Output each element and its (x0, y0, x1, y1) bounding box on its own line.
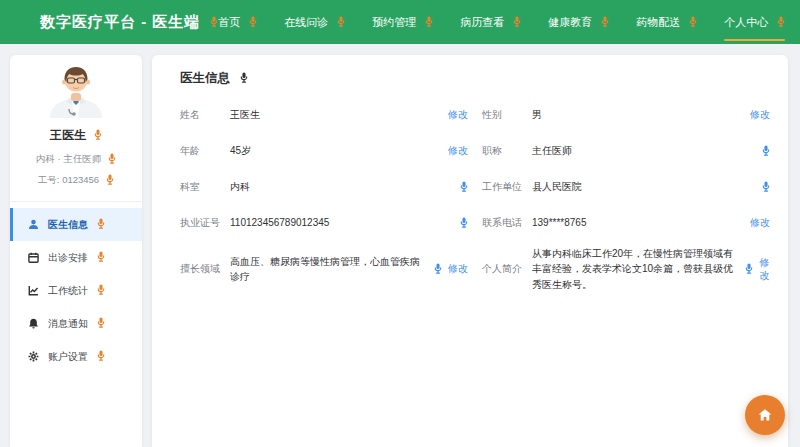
field-professional-title: 职称 主任医师 (482, 133, 770, 169)
field-workplace: 工作单位 县人民医院 (482, 169, 770, 205)
field-value: 王医生 (230, 107, 440, 123)
field-bio: 个人简介 从事内科临床工作20年，在慢性病管理领域有丰富经验，发表学术论文10余… (482, 241, 770, 297)
panel-title-row: 医生信息 (152, 55, 788, 93)
field-label: 性别 (482, 108, 532, 122)
doctor-employee-id: 工号: 0123456 (38, 174, 99, 187)
page-content: 王医生 内科 · 主任医师 工号: 0123456 医生信息 出诊安排 (0, 44, 800, 447)
field-label: 工作单位 (482, 180, 532, 194)
tts-microphone-icon[interactable] (777, 16, 785, 29)
modify-link[interactable]: 修改 (448, 262, 468, 276)
sidebar-item-label: 账户设置 (48, 350, 88, 364)
app-header: 数字医疗平台 - 医生端 首页 在线问诊 预约管理 病历查看 健康教育 药物配送 (0, 0, 800, 44)
field-value: 110123456789012345 (230, 215, 452, 231)
field-phone: 联系电话 139****8765 修改 (482, 205, 770, 241)
tts-microphone-icon[interactable] (689, 16, 697, 29)
nav-label: 健康教育 (548, 15, 592, 30)
tts-microphone-icon[interactable] (434, 263, 442, 276)
field-label: 执业证号 (180, 216, 230, 230)
field-value: 内科 (230, 179, 452, 195)
tts-microphone-icon[interactable] (108, 153, 116, 166)
calendar-icon (28, 252, 39, 263)
sidebar-item-schedule[interactable]: 出诊安排 (10, 241, 142, 274)
nav-label: 首页 (218, 15, 240, 30)
sidebar-item-account-settings[interactable]: 账户设置 (10, 340, 142, 373)
field-value: 县人民医院 (532, 179, 754, 195)
sidebar-item-notifications[interactable]: 消息通知 (10, 307, 142, 340)
nav-item-online-consult[interactable]: 在线问诊 (284, 12, 345, 33)
app-title: 数字医疗平台 - 医生端 (40, 13, 200, 32)
nav-label: 预约管理 (372, 15, 416, 30)
tts-microphone-icon[interactable] (210, 13, 218, 31)
tts-microphone-icon[interactable] (337, 16, 345, 29)
tts-microphone-icon[interactable] (97, 218, 105, 231)
line-chart-icon (28, 285, 39, 296)
field-label: 擅长领域 (180, 262, 230, 276)
field-label: 姓名 (180, 108, 230, 122)
tts-microphone-icon[interactable] (106, 174, 114, 187)
tts-microphone-icon[interactable] (97, 284, 105, 297)
field-name: 姓名 王医生 修改 (180, 97, 468, 133)
field-value: 45岁 (230, 143, 440, 159)
field-label: 职称 (482, 144, 532, 158)
sidebar-item-label: 出诊安排 (48, 251, 88, 265)
nav-item-health-education[interactable]: 健康教育 (548, 12, 609, 33)
tts-microphone-icon[interactable] (94, 129, 102, 143)
sidebar-item-label: 工作统计 (48, 284, 88, 298)
tts-microphone-icon[interactable] (513, 16, 521, 29)
nav-item-home[interactable]: 首页 (218, 12, 257, 33)
field-label: 年龄 (180, 144, 230, 158)
nav-item-personal-center[interactable]: 个人中心 (724, 12, 785, 33)
tts-microphone-icon[interactable] (97, 251, 105, 264)
doctor-specialty-row: 内科 · 主任医师 (10, 153, 142, 166)
tts-microphone-icon[interactable] (240, 72, 248, 86)
nav-item-medicine-delivery[interactable]: 药物配送 (636, 12, 697, 33)
tts-microphone-icon[interactable] (601, 16, 609, 29)
doctor-avatar (44, 65, 108, 119)
modify-link[interactable]: 修改 (750, 108, 770, 122)
modify-link[interactable]: 修改 (750, 216, 770, 230)
field-value: 从事内科临床工作20年，在慢性病管理领域有丰富经验，发表学术论文10余篇，曾获县… (532, 246, 737, 293)
home-fab-button[interactable] (745, 395, 785, 435)
field-label: 个人简介 (482, 262, 532, 276)
modify-link[interactable]: 修改 (759, 256, 770, 282)
tts-microphone-icon[interactable] (762, 145, 770, 158)
doctor-info-fields: 姓名 王医生 修改 性别 男 修改 年龄 45岁 修改 职称 主任医师 科室 (152, 93, 788, 297)
doctor-specialty: 内科 · 主任医师 (36, 153, 101, 166)
modify-link[interactable]: 修改 (448, 108, 468, 122)
tts-microphone-icon[interactable] (745, 263, 753, 276)
tts-microphone-icon[interactable] (460, 217, 468, 230)
sidebar-item-doctor-info[interactable]: 医生信息 (10, 208, 142, 241)
tts-microphone-icon[interactable] (249, 16, 257, 29)
user-icon (28, 219, 39, 230)
nav-label: 药物配送 (636, 15, 680, 30)
field-gender: 性别 男 修改 (482, 97, 770, 133)
nav-label: 病历查看 (460, 15, 504, 30)
field-department: 科室 内科 (180, 169, 468, 205)
home-icon (756, 406, 774, 424)
field-value: 男 (532, 107, 742, 123)
field-value: 主任医师 (532, 143, 754, 159)
modify-link[interactable]: 修改 (448, 144, 468, 158)
nav-item-appointments[interactable]: 预约管理 (372, 12, 433, 33)
sidebar-item-label: 医生信息 (48, 218, 88, 232)
field-value: 高血压、糖尿病等慢性病管理，心血管疾病诊疗 (230, 254, 426, 285)
bell-icon (28, 318, 39, 329)
sidebar-item-work-stats[interactable]: 工作统计 (10, 274, 142, 307)
tts-microphone-icon[interactable] (97, 350, 105, 363)
doctor-info-panel: 医生信息 姓名 王医生 修改 性别 男 修改 年龄 45岁 修改 职称 主任医师 (152, 55, 788, 447)
sidebar: 王医生 内科 · 主任医师 工号: 0123456 医生信息 出诊安排 (10, 55, 142, 447)
nav-item-medical-records[interactable]: 病历查看 (460, 12, 521, 33)
field-label: 联系电话 (482, 216, 532, 230)
doctor-id-row: 工号: 0123456 (10, 174, 142, 187)
field-license-number: 执业证号 110123456789012345 (180, 205, 468, 241)
doctor-name: 王医生 (50, 127, 86, 144)
field-label: 科室 (180, 180, 230, 194)
doctor-name-row: 王医生 (10, 127, 142, 144)
tts-microphone-icon[interactable] (762, 181, 770, 194)
sidebar-divider (10, 201, 142, 202)
nav-label: 个人中心 (724, 15, 768, 30)
tts-microphone-icon[interactable] (425, 16, 433, 29)
tts-microphone-icon[interactable] (97, 317, 105, 330)
gear-icon (28, 351, 39, 362)
tts-microphone-icon[interactable] (460, 181, 468, 194)
